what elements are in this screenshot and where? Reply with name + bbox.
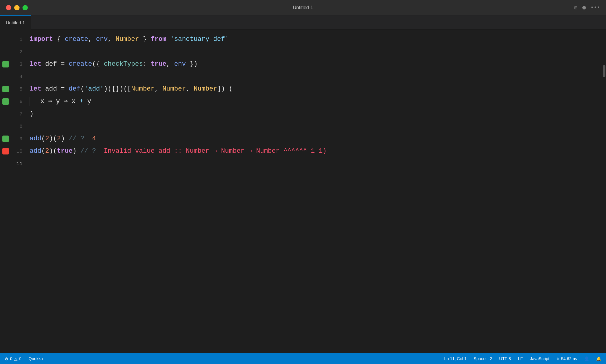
line-number: 7	[0, 111, 27, 117]
token-tok-fn: add	[30, 133, 41, 145]
encoding[interactable]: UTF-8	[499, 356, 511, 361]
token-tok-paren: )	[72, 145, 76, 157]
token-tok-paren: )	[104, 83, 108, 95]
token-tok-arrow: ⇒	[48, 95, 52, 108]
gutter-row: 5	[0, 83, 27, 95]
token-tok-ident	[166, 33, 170, 46]
token-tok-key: checkTypes	[104, 58, 143, 70]
code-line: let def = create({ checkTypes: true, env…	[30, 58, 601, 70]
title-bar: Untitled-1 ⊞ •••	[0, 0, 606, 15]
quokka-status[interactable]: Quokka	[29, 356, 43, 361]
gutter-row: 8	[0, 120, 27, 133]
token-tok-ident: ,	[88, 33, 96, 46]
token-tok-paren: (	[53, 133, 57, 145]
code-content[interactable]: import { create, env, Number } from 'san…	[27, 30, 601, 191]
notifications-icon[interactable]: 🔔	[596, 356, 601, 361]
breakpoint-indicator	[2, 98, 9, 105]
breakpoint-indicator	[2, 61, 9, 67]
code-line	[30, 120, 601, 133]
token-tok-ident	[88, 145, 92, 157]
code-line: let add = def('add')({})([Number, Number…	[30, 83, 601, 95]
token-tok-bracket: (	[123, 83, 127, 95]
token-tok-ident	[96, 145, 104, 157]
token-tok-ident	[84, 133, 92, 145]
warning-icon: △	[14, 356, 17, 361]
bell-icon: 🔔	[596, 356, 601, 361]
token-kw-let: let	[30, 83, 41, 95]
token-tok-number: 2	[45, 145, 49, 157]
error-icon: ⊗	[5, 356, 8, 361]
token-kw-from: from	[151, 33, 166, 46]
token-kw-import: import	[30, 33, 53, 46]
token-tok-question: ?	[80, 133, 84, 145]
tab-bar: Untitled-1	[0, 15, 606, 30]
editor-area: 1234567891011 import { create, env, Numb…	[0, 30, 606, 191]
token-tok-ident: add =	[41, 83, 69, 95]
title-bar-actions: ⊞ •••	[574, 4, 600, 11]
gutter-row: 10	[0, 145, 27, 157]
indentation[interactable]: Spaces: 2	[474, 356, 492, 361]
token-tok-fn: create	[65, 33, 88, 46]
token-tok-type: Number	[131, 83, 154, 95]
token-tok-type: Number	[162, 83, 186, 95]
token-tok-string: 'add'	[84, 83, 104, 95]
minimize-button[interactable]	[14, 5, 20, 10]
empty-editor-space	[0, 191, 606, 353]
token-tok-paren: )	[30, 108, 33, 120]
token-tok-arrow: ⇒	[64, 95, 68, 108]
code-line	[30, 157, 601, 170]
line-ending[interactable]: LF	[518, 356, 523, 361]
token-tok-paren: )	[49, 145, 53, 157]
token-tok-paren: )	[194, 58, 198, 70]
token-tok-ident: y	[83, 95, 91, 108]
breakpoint-indicator	[2, 86, 9, 92]
code-line: x ⇒ y ⇒ x + y	[30, 95, 601, 108]
token-tok-fn: env	[174, 58, 186, 70]
token-kw-true: true	[151, 58, 166, 70]
code-line: add(2)(true) // ? Invalid value add :: N…	[30, 145, 601, 157]
cursor-position[interactable]: Ln 11, Col 1	[444, 356, 467, 361]
token-tok-paren: )	[120, 83, 123, 95]
token-tok-paren: (	[41, 145, 45, 157]
scrollbar-track[interactable]	[601, 30, 606, 191]
line-number: 11	[0, 161, 27, 167]
tab-untitled[interactable]: Untitled-1	[0, 15, 31, 30]
gutter-row: 7	[0, 108, 27, 120]
line-number: 2	[0, 49, 27, 55]
gutter-row: 2	[0, 46, 27, 58]
token-tok-comment: //	[69, 133, 76, 145]
token-tok-ident: y	[52, 95, 64, 108]
gutter-row: 3	[0, 58, 27, 70]
token-tok-paren: )	[49, 133, 53, 145]
token-tok-ident	[65, 133, 69, 145]
token-tok-ident: ,	[155, 83, 162, 95]
error-count[interactable]: ⊗ 0 △ 0	[5, 356, 22, 361]
token-tok-ident: ,	[108, 33, 115, 46]
indent-guide	[30, 97, 30, 106]
line-number: 4	[0, 74, 27, 80]
token-tok-ident: def =	[41, 58, 69, 70]
profile-icon[interactable]: 👤	[584, 356, 589, 361]
token-tok-op: +	[80, 95, 83, 108]
more-actions-icon[interactable]: •••	[591, 5, 600, 11]
token-tok-paren: (	[108, 83, 112, 95]
token-tok-fn: create	[69, 58, 92, 70]
close-button[interactable]	[6, 5, 11, 10]
token-tok-result: 4	[92, 133, 96, 145]
token-tok-ident	[100, 58, 104, 70]
token-tok-type: Number	[194, 83, 217, 95]
token-tok-ident: x	[68, 95, 80, 108]
person-icon: 👤	[584, 356, 589, 361]
token-tok-paren: (	[53, 145, 57, 157]
quokka-timing[interactable]: ✕ 54.62ms	[556, 356, 577, 361]
split-editor-icon[interactable]: ⊞	[574, 4, 578, 11]
token-tok-ident: ,	[186, 83, 194, 95]
language-mode[interactable]: JavaScript	[530, 356, 549, 361]
scrollbar-thumb[interactable]	[603, 65, 605, 77]
token-tok-paren: (	[92, 58, 96, 70]
token-kw-let: let	[30, 58, 41, 70]
code-line: import { create, env, Number } from 'san…	[30, 33, 601, 46]
maximize-button[interactable]	[22, 5, 28, 10]
token-tok-ident: }	[139, 33, 151, 46]
token-tok-paren: (	[41, 133, 45, 145]
